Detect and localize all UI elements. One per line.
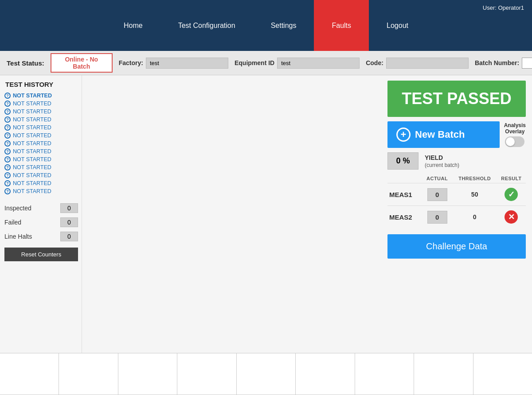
history-item-label: NOT STARTED [13, 101, 51, 107]
history-icon: ? [4, 180, 11, 186]
equipment-id-input[interactable] [277, 58, 360, 69]
test-passed-banner: TEST PASSED [387, 81, 526, 117]
history-icon: ? [4, 101, 11, 107]
history-icon: ? [4, 140, 11, 147]
grid-cell [0, 353, 59, 395]
nav-test-configuration[interactable]: Test Configuration [160, 0, 253, 51]
meas-col-result: RESULT [497, 174, 526, 183]
line-halts-row: Line Halts 0 [4, 232, 78, 241]
meas-result-cell: ✓ [497, 183, 526, 206]
yield-sub: (current batch) [425, 162, 459, 168]
grid-cell [118, 353, 177, 395]
history-icon: ? [4, 164, 11, 170]
toggle-knob [506, 137, 515, 146]
history-item[interactable]: ?NOT STARTED [4, 124, 78, 132]
nav-bar: Home Test Configuration Settings Faults … [106, 0, 426, 51]
test-status-label: Test Status: [7, 59, 44, 67]
history-icon: ? [4, 108, 11, 115]
history-item[interactable]: ?NOT STARTED [4, 116, 78, 124]
result-pass-icon: ✓ [505, 188, 518, 201]
analysis-overlay-toggle[interactable] [505, 136, 524, 147]
nav-faults[interactable]: Faults [314, 0, 369, 51]
history-item[interactable]: ?NOT STARTED [4, 163, 78, 171]
factory-input[interactable] [146, 58, 228, 69]
meas-actual-cell: 0 [422, 183, 453, 206]
meas-header-row: ACTUAL THRESHOLD RESULT [387, 174, 526, 183]
equipment-id-field: Equipment ID [235, 58, 360, 69]
analysis-overlay: AnalysisOverlay [504, 122, 526, 147]
meas-row: MEAS1 0 50 ✓ [387, 183, 526, 206]
history-item-label: NOT STARTED [13, 132, 51, 139]
result-fail-icon: ✕ [505, 210, 518, 224]
line-halts-label: Line Halts [4, 233, 32, 240]
history-item-label: NOT STARTED [13, 156, 51, 163]
history-item[interactable]: ?NOT STARTED [4, 100, 78, 108]
grid-cell [237, 353, 296, 395]
meas-actual-value: 0 [427, 188, 447, 201]
batch-number-label: Batch Number: [475, 59, 519, 66]
meas-threshold-cell: 50 [453, 183, 497, 206]
history-item[interactable]: ?NOT STARTED [4, 171, 78, 179]
history-item-label: NOT STARTED [13, 116, 51, 123]
yield-label: YIELD [425, 154, 459, 163]
equipment-id-label: Equipment ID [235, 59, 274, 66]
user-label: User: Operator1 [483, 4, 524, 11]
history-item[interactable]: ?NOT STARTED [4, 92, 78, 100]
history-item[interactable]: ?NOT STARTED [4, 108, 78, 116]
history-item-label: NOT STARTED [13, 108, 51, 115]
meas-actual-value: 0 [427, 211, 447, 224]
yield-pct: 0 % [387, 152, 419, 170]
batch-number-input[interactable] [522, 58, 532, 69]
factory-field: Factory: [119, 58, 228, 69]
code-input[interactable] [386, 58, 469, 69]
nav-settings[interactable]: Settings [253, 0, 314, 51]
measurements-table: ACTUAL THRESHOLD RESULT MEAS1 0 50 ✓ MEA… [387, 174, 526, 228]
history-item[interactable]: ?NOT STARTED [4, 132, 78, 139]
history-icon: ? [4, 172, 11, 178]
history-icon: ? [4, 124, 11, 131]
center-panel [82, 75, 381, 353]
challenge-data-button[interactable]: Challenge Data [387, 234, 526, 259]
inspected-value: 0 [60, 203, 78, 213]
meas-thead: ACTUAL THRESHOLD RESULT [387, 174, 526, 183]
meas-threshold-cell: 0 [453, 206, 497, 228]
history-item-label: NOT STARTED [13, 140, 51, 147]
history-item-label: NOT STARTED [13, 148, 51, 155]
history-item-label: NOT STARTED [13, 93, 52, 99]
meas-row: MEAS2 0 0 ✕ [387, 206, 526, 228]
failed-value: 0 [60, 217, 78, 227]
yield-info: YIELD (current batch) [425, 154, 459, 169]
meas-col-id [387, 174, 422, 183]
nav-home[interactable]: Home [106, 0, 160, 51]
left-panel: TEST HISTORY ?NOT STARTED?NOT STARTED?NO… [0, 75, 82, 353]
new-batch-button[interactable]: + New Batch [387, 121, 500, 148]
grid-cell [296, 353, 355, 395]
history-item-label: NOT STARTED [13, 164, 51, 170]
bottom-grid [0, 353, 532, 395]
grid-cell [355, 353, 414, 395]
history-item[interactable]: ?NOT STARTED [4, 179, 78, 187]
grid-cell [473, 353, 532, 395]
history-item[interactable]: ?NOT STARTED [4, 139, 78, 147]
line-halts-value: 0 [60, 232, 78, 241]
status-bar: Test Status: Online - No Batch Factory: … [0, 51, 532, 75]
meas-col-actual: ACTUAL [422, 174, 453, 183]
history-item[interactable]: ?NOT STARTED [4, 155, 78, 163]
test-status-value: Online - No Batch [51, 53, 113, 73]
test-history-title: TEST HISTORY [4, 81, 78, 88]
history-item[interactable]: ?NOT STARTED [4, 187, 78, 195]
reset-counters-button[interactable]: Reset Counters [4, 248, 78, 261]
meas-id: MEAS1 [387, 183, 422, 206]
new-batch-row: + New Batch AnalysisOverlay [387, 121, 526, 148]
grid-cell [177, 353, 236, 395]
main-content: TEST HISTORY ?NOT STARTED?NOT STARTED?NO… [0, 75, 532, 353]
failed-row: Failed 0 [4, 217, 78, 227]
code-label: Code: [366, 59, 383, 66]
code-field: Code: [366, 58, 469, 69]
history-item[interactable]: ?NOT STARTED [4, 147, 78, 155]
history-list: ?NOT STARTED?NOT STARTED?NOT STARTED?NOT… [4, 92, 78, 195]
history-item-label: NOT STARTED [13, 180, 51, 186]
history-icon: ? [4, 93, 11, 99]
nav-logout[interactable]: Logout [369, 0, 426, 51]
meas-tbody: MEAS1 0 50 ✓ MEAS2 0 0 ✕ [387, 183, 526, 228]
